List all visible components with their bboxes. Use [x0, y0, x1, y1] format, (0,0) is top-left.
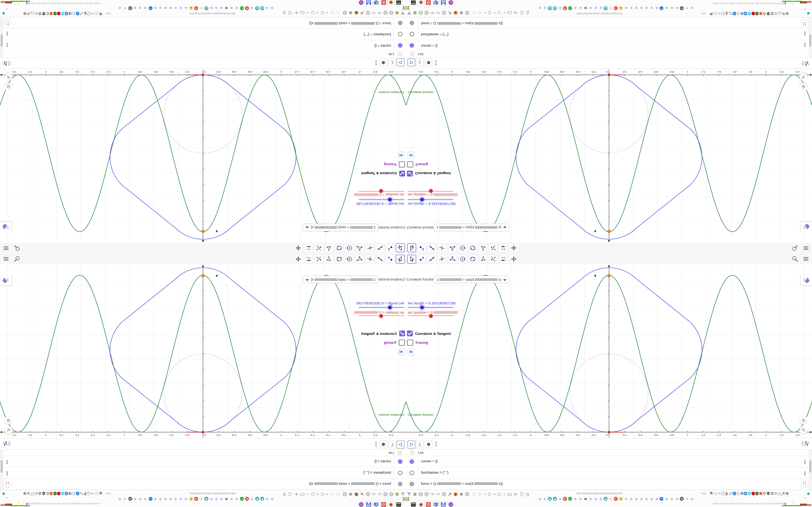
tab-favicon[interactable]: ✿	[118, 6, 122, 10]
tab-favicon[interactable]: ✿	[163, 6, 168, 10]
tab-favicon[interactable]: G	[214, 6, 218, 10]
tab-favicon[interactable]: G	[543, 6, 547, 10]
tab-favicon[interactable]: ✿	[634, 6, 639, 10]
translate-a7-icon[interactable]: A7	[98, 491, 102, 496]
wrench-icon[interactable]	[27, 11, 31, 16]
algebra-settings-button[interactable]	[379, 59, 387, 66]
algebra-row-funcnames[interactable]: funcNames = {" "} •••	[0, 467, 406, 479]
sort-objects-button[interactable]	[407, 441, 415, 449]
tab-favicon[interactable]: ✿	[654, 6, 659, 10]
tab-favicon[interactable]: ✿	[173, 497, 178, 501]
tab-favicon[interactable]: ✿	[690, 6, 694, 10]
tab-favicon[interactable]: G	[138, 6, 142, 10]
visibility-toggle-funcnames[interactable]	[409, 470, 414, 475]
algebra-row-curves[interactable]: curves = {} •••	[0, 40, 406, 51]
gear-icon[interactable]	[785, 491, 789, 496]
arc-position-slider[interactable]	[353, 314, 406, 318]
home-view-button[interactable]	[5, 416, 12, 424]
lock-icon[interactable]	[282, 10, 287, 15]
tool-move[interactable]	[396, 243, 405, 252]
graphics-stylebar-toggle[interactable]	[0, 275, 12, 286]
tab-favicon[interactable]: ✿	[153, 6, 158, 10]
tool-point[interactable]: A	[386, 244, 395, 252]
tab-favicon[interactable]: ❝	[149, 6, 152, 10]
tab-favicon[interactable]: G	[214, 497, 218, 501]
search-button[interactable]	[791, 255, 799, 263]
tracing-checkbox-label[interactable]: Tracing	[415, 340, 428, 344]
arc-length-slider[interactable]	[406, 305, 459, 310]
tab-favicon[interactable]: ✿	[639, 497, 644, 501]
tab-favicon[interactable]: ◉	[548, 497, 552, 501]
arc-position-slider-thumb[interactable]	[429, 189, 433, 193]
arc-length-slider-track[interactable]	[359, 307, 405, 308]
tool-reflect-about-line[interactable]	[489, 244, 497, 252]
launcher-cassette-green[interactable]	[395, 501, 402, 507]
tab-favicon[interactable]: ✿	[158, 497, 163, 501]
tab-favicon[interactable]: ✿	[153, 497, 158, 501]
tab-favicon[interactable]: ∿	[568, 497, 572, 501]
graphics-stylebar-toggle[interactable]	[800, 221, 812, 232]
tab-favicon[interactable]: ✿	[173, 6, 178, 10]
arc-position-slider[interactable]	[406, 314, 459, 318]
lock-icon[interactable]	[282, 492, 287, 497]
visibility-toggle-funcnames[interactable]	[398, 470, 403, 475]
fullscreen-button[interactable]	[800, 479, 809, 487]
star-icon[interactable]	[94, 11, 99, 16]
visibility-toggle-funcs[interactable]	[409, 20, 414, 25]
dropdown-caret-icon[interactable]	[503, 279, 507, 281]
shield-ud-icon[interactable]: UD	[42, 11, 46, 16]
algebra-row-text[interactable]: funcs = {1.000000000000 + cos(4.00000000…	[309, 482, 391, 486]
tab-favicon[interactable]: G	[184, 497, 188, 501]
search-button[interactable]	[791, 244, 799, 252]
tab-favicon[interactable]: ❝	[660, 6, 663, 10]
ring-s-icon[interactable]	[502, 492, 507, 497]
auxiliary-objects-button[interactable]: fx	[416, 59, 424, 66]
ghost-icon[interactable]	[476, 492, 482, 497]
algebra-row-text[interactable]: funcNames = {" "}	[421, 470, 449, 474]
tab-favicon[interactable]: G	[250, 6, 254, 10]
arc-length-slider-thumb[interactable]	[387, 305, 393, 310]
active-window-title[interactable]: https://www.geogebra.org/classic/aagcxh3…	[189, 492, 236, 495]
tab-favicon[interactable]: G	[624, 497, 628, 501]
tab-favicon[interactable]: G	[594, 6, 598, 10]
zoom-in-button[interactable]	[5, 426, 12, 434]
tool-line[interactable]	[376, 244, 384, 252]
tracing-checkbox-label[interactable]: Tracing	[384, 163, 397, 167]
ring-l-icon[interactable]	[310, 492, 316, 497]
mouse-icon[interactable]	[72, 491, 76, 496]
mouse-icon[interactable]	[72, 11, 76, 16]
globe-orange-icon[interactable]	[49, 491, 53, 496]
tab-favicon[interactable]: ❝	[660, 497, 663, 501]
tab-favicon[interactable]: ✿	[644, 497, 649, 501]
algebra-scrollbar-thumb[interactable]	[1, 460, 3, 473]
algebra-row-funcs[interactable]: funcs = {1.000000000000 + cos(4.00000000…	[0, 479, 406, 490]
algebra-row-text[interactable]: curves = {}	[374, 459, 391, 463]
algebra-row-text[interactable]: curves = {}	[374, 44, 391, 48]
arrow-left-icon[interactable]	[293, 492, 299, 497]
play-step-button[interactable]	[398, 348, 405, 355]
collapse-list-button[interactable]: –	[398, 52, 402, 56]
graphics-view[interactable]: -2.4-2.2-2-1.8-1.6-1.4-1.2-1-0.8-0.6-0.4…	[0, 264, 406, 438]
tool-move-graphics-view[interactable]	[509, 255, 518, 263]
tab-favicon[interactable]: ◉	[260, 6, 264, 10]
tab-favicon[interactable]: G	[235, 497, 239, 501]
algebra-scrollbar-track[interactable]	[809, 17, 812, 57]
tab-favicon[interactable]: ✿	[179, 6, 183, 10]
search-button[interactable]	[13, 255, 21, 263]
tool-line[interactable]	[376, 255, 384, 263]
tab-favicon[interactable]: f	[685, 497, 689, 501]
tab-favicon[interactable]: ✿	[133, 497, 137, 501]
tab-favicon[interactable]: i	[609, 6, 613, 10]
ring-l-icon[interactable]	[320, 10, 325, 15]
tab-favicon[interactable]: W	[224, 6, 229, 10]
arc-position-slider-thumb[interactable]	[379, 314, 383, 318]
algebra-settings-button[interactable]	[425, 441, 433, 448]
algebra-scrollbar-thumb[interactable]	[1, 34, 3, 47]
arc-length-slider-thumb[interactable]	[387, 197, 393, 202]
curvature-tangent-checkbox[interactable]	[407, 331, 413, 336]
graphics-stylebar-toggle[interactable]	[0, 221, 12, 232]
tab-favicon[interactable]: W	[224, 497, 229, 501]
brush-icon[interactable]	[79, 491, 84, 496]
wrench-icon[interactable]	[27, 491, 31, 496]
tab-favicon[interactable]: G	[270, 497, 274, 501]
